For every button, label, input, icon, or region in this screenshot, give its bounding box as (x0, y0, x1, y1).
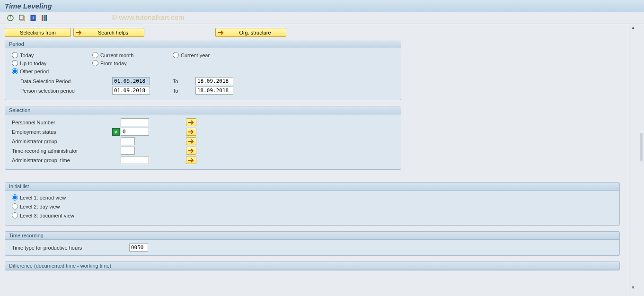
radio-today[interactable]: Today (12, 52, 92, 58)
not-equal-icon[interactable]: ≠ (112, 128, 120, 136)
radio-level2[interactable]: Level 2: day view (12, 203, 613, 209)
time-recording-legend: Time recording (5, 232, 619, 240)
admin-group-label: Administrator group (12, 139, 112, 144)
employment-status-input[interactable] (121, 128, 149, 136)
admin-group-time-multi-button[interactable] (186, 156, 196, 164)
person-selection-to-input[interactable] (195, 87, 233, 95)
period-group: Period Today Current month Current year … (5, 40, 401, 100)
time-rec-admin-input[interactable] (121, 147, 135, 155)
period-legend: Period (5, 40, 401, 48)
personnel-number-multi-button[interactable] (186, 118, 196, 126)
person-selection-label: Person selection period (12, 88, 112, 94)
data-selection-label: Data Selection Period (12, 78, 112, 84)
radio-from-today[interactable]: From today (92, 60, 173, 66)
initial-list-group: Initial list Level 1: period view Level … (5, 182, 620, 226)
svg-rect-5 (44, 15, 45, 21)
data-selection-from-input[interactable] (112, 77, 150, 85)
variant-icon[interactable] (18, 14, 26, 22)
radio-up-to-today[interactable]: Up to today (12, 60, 92, 66)
initial-list-legend: Initial list (5, 183, 619, 191)
personnel-number-input[interactable] (121, 118, 149, 126)
svg-text:i: i (33, 16, 34, 20)
scroll-down-icon[interactable]: ▼ (629, 285, 637, 293)
difference-group: Difference (documented time - working ti… (5, 261, 620, 270)
svg-rect-4 (42, 15, 43, 21)
admin-group-input[interactable] (121, 137, 135, 145)
time-rec-admin-label: Time recording administrator (12, 148, 112, 154)
search-helps-label: Search helps (84, 30, 142, 35)
to-label-2: To (173, 88, 195, 94)
scroll-thumb[interactable] (640, 133, 643, 161)
radio-level3[interactable]: Level 3: document view (12, 212, 613, 218)
difference-legend: Difference (documented time - working ti… (5, 262, 619, 270)
selection-group: Selection Personnel Number Employment st… (5, 106, 401, 170)
time-type-label: Time type for productive hours (12, 245, 129, 251)
org-structure-label: Org. structure (226, 30, 284, 35)
to-label-1: To (173, 78, 195, 84)
org-structure-button[interactable]: Org. structure (215, 28, 286, 37)
personnel-number-label: Personnel Number (12, 120, 112, 125)
admin-group-time-label: Administrator group: time (12, 157, 112, 163)
svg-rect-6 (45, 15, 47, 21)
radio-current-month[interactable]: Current month (92, 52, 173, 58)
person-selection-from-input[interactable] (112, 87, 150, 95)
selections-from-label: Selections from (20, 30, 56, 35)
execute-icon[interactable] (7, 14, 14, 22)
svg-rect-1 (19, 15, 23, 20)
time-rec-admin-multi-button[interactable] (186, 147, 196, 155)
time-recording-group: Time recording Time type for productive … (5, 231, 620, 256)
radio-other-period[interactable]: Other period (12, 68, 92, 74)
time-type-input[interactable] (129, 244, 148, 252)
arrow-right-icon (76, 30, 82, 35)
arrow-right-icon (218, 30, 224, 35)
radio-current-year[interactable]: Current year (173, 52, 253, 58)
scrollbar[interactable]: ▲ ▼ (629, 24, 644, 294)
employment-status-multi-button[interactable] (186, 128, 196, 136)
admin-group-multi-button[interactable] (186, 137, 196, 145)
watermark: © www.tutorialkart.com (112, 13, 185, 21)
data-selection-to-input[interactable] (195, 77, 233, 85)
employment-status-label: Employment status (12, 129, 112, 135)
selections-from-button[interactable]: Selections from (5, 28, 71, 37)
bars-icon[interactable] (41, 14, 48, 22)
page-title: Time Leveling (5, 2, 639, 10)
search-helps-button[interactable]: Search helps (73, 28, 144, 37)
scroll-up-icon[interactable]: ▲ (629, 25, 637, 33)
selection-legend: Selection (5, 106, 401, 114)
admin-group-time-input[interactable] (121, 156, 149, 164)
radio-level1[interactable]: Level 1: period view (12, 194, 613, 200)
info-icon[interactable]: i (29, 14, 37, 22)
